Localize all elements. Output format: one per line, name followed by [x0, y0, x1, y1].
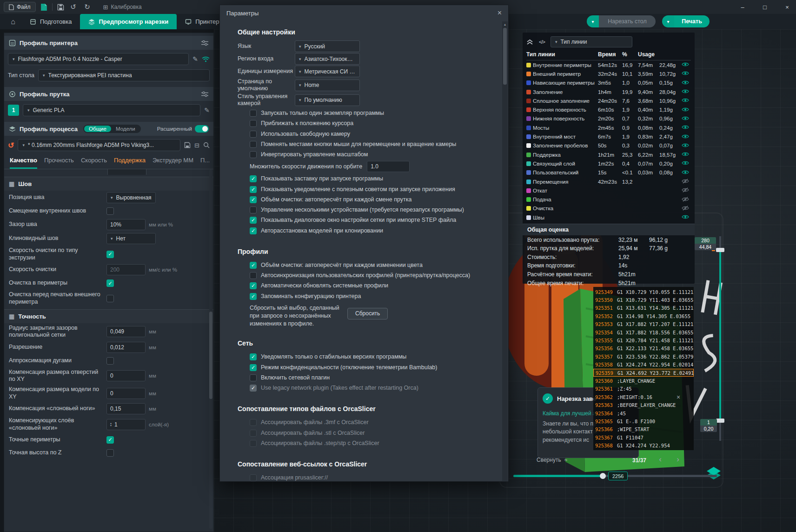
pref-checkbox-row[interactable]: Ассоциировать файлы .step/stp с OrcaSlic… — [250, 438, 490, 448]
param-tab-0[interactable]: Качество — [10, 157, 37, 169]
redo-icon[interactable]: ↻ — [83, 3, 92, 11]
visibility-on-icon[interactable] — [682, 62, 689, 67]
param-tab-4[interactable]: Экструдер ММ — [153, 157, 193, 169]
pref-checkbox-row[interactable]: Приближать к положению курсора — [250, 118, 490, 128]
param-section-header[interactable]: ▦Шов — [4, 177, 213, 191]
pref-checkbox-row[interactable]: Ассоциация prusaslicer:// — [250, 472, 490, 481]
gcode-line[interactable]: 925354G1 X17.882 Y18.556 E.03655 — [593, 328, 694, 336]
print-dropdown-icon[interactable]: ▾ — [662, 15, 674, 27]
visibility-on-icon[interactable] — [682, 214, 689, 219]
gcode-line[interactable]: 925366;WIPE_START — [593, 426, 694, 433]
gcode-line[interactable]: 925349G1 X10.729 Y10.055 E.11121 — [593, 288, 694, 296]
pref-checkbox-row[interactable]: ✓Показывать уведомление с полезным совет… — [250, 184, 490, 194]
pref-checkbox-row[interactable]: Автосинхронизация пользовательских профи… — [250, 270, 490, 280]
checkbox[interactable]: ✓ — [250, 196, 257, 203]
scope-global-pill[interactable]: Общие — [84, 126, 111, 132]
view-type-select[interactable]: ▾Тип линии — [551, 36, 632, 47]
visibility-on-icon[interactable] — [682, 116, 689, 121]
save-icon[interactable] — [57, 4, 64, 11]
checkbox[interactable]: ✓ — [106, 279, 114, 287]
checkbox[interactable] — [106, 449, 114, 457]
minimize-button[interactable]: – — [734, 0, 751, 14]
next-plate-button[interactable]: › — [673, 455, 683, 464]
gcode-line[interactable]: 925356G1 X22.133 Y21.458 E.03655 — [593, 345, 694, 352]
checkbox[interactable] — [106, 295, 114, 302]
param-select[interactable]: ▾Выровненная — [106, 192, 156, 203]
move-slider-handle[interactable] — [600, 473, 606, 479]
default-page-select[interactable]: ▾Home — [295, 80, 360, 91]
pref-checkbox-row[interactable]: ✓Объём очистки: автопересчёт при каждой … — [250, 194, 490, 205]
checkbox[interactable] — [250, 110, 257, 117]
checkbox[interactable]: ✓ — [250, 364, 257, 371]
visibility-off-icon[interactable] — [682, 187, 689, 193]
checkbox[interactable] — [106, 357, 114, 365]
gcode-line[interactable]: 925351G1 X13.631 Y14.305 E.11121 — [593, 304, 694, 312]
visibility-off-icon[interactable] — [682, 197, 689, 202]
wifi-icon[interactable] — [202, 56, 210, 62]
checkbox[interactable] — [250, 272, 257, 279]
file-menu-button[interactable]: Файл — [4, 2, 36, 12]
gcode-view-icon[interactable]: </> — [539, 39, 545, 45]
layer-slider-bottom-handle[interactable] — [716, 419, 724, 423]
visibility-on-icon[interactable] — [682, 170, 689, 175]
reset-button[interactable]: Сбросить — [347, 308, 388, 319]
home-tab[interactable]: ⌂ — [5, 14, 21, 29]
param-input[interactable]: 0 — [106, 370, 146, 381]
save-preset-icon[interactable] — [184, 142, 191, 148]
tab-prepare[interactable]: Подготовка — [21, 14, 80, 29]
gcode-line[interactable]: 925361;Z:45 — [593, 385, 694, 393]
gcode-line[interactable]: 925358G1 X24.274 Y22.954 E.02014 — [593, 361, 694, 369]
language-select[interactable]: ▾Русский — [295, 40, 360, 52]
checkbox[interactable] — [106, 207, 114, 215]
param-section-header[interactable]: ▦Точность — [4, 309, 213, 323]
edit-filament-icon[interactable]: ✎ — [204, 106, 210, 114]
reset-preset-icon[interactable]: ↺ — [8, 141, 14, 150]
pref-checkbox-row[interactable]: ✓Режим конфиденциальности (отключение те… — [250, 362, 490, 372]
pref-checkbox-row[interactable]: Запускать только один экземпляр программ… — [250, 108, 490, 118]
pref-checkbox-row[interactable]: Использовать свободную камеру — [250, 129, 490, 139]
gcode-line[interactable]: 925352G1 X14.98 Y14.305 E.03655 — [593, 312, 694, 320]
edit-printer-icon[interactable]: ✎ — [192, 55, 198, 63]
process-preset-select[interactable]: ▾* 0.16mm 200mms Flashforge AD5M Pro Vik… — [18, 139, 180, 151]
param-input[interactable]: 0,049 — [106, 326, 146, 337]
visibility-on-icon[interactable] — [682, 107, 689, 112]
visibility-on-icon[interactable] — [682, 134, 689, 139]
pref-checkbox-row[interactable]: Инвертировать управление масштабом — [250, 149, 490, 160]
dialog-close-icon[interactable]: × — [498, 9, 502, 17]
gcode-line[interactable]: 925368G1 X24.274 Y22.954 — [593, 441, 694, 449]
param-select[interactable]: ▾Нет — [106, 233, 156, 244]
dialog-scrollbar[interactable]: ▴ — [502, 21, 508, 481]
visibility-on-icon[interactable] — [682, 160, 689, 166]
filament-index-badge[interactable]: 1 — [8, 105, 19, 116]
gcode-line[interactable]: 925350G1 X10.729 Y11.403 E.03655 — [593, 296, 694, 304]
param-tab-3[interactable]: Поддержка — [114, 157, 146, 169]
gcode-line[interactable]: 925365G1 E-.8 F2100 — [593, 417, 694, 425]
param-input[interactable]: 200 — [106, 264, 146, 275]
layer-slider-top-handle[interactable] — [716, 248, 724, 252]
gcode-line[interactable]: 925353G1 X17.882 Y17.207 E.11121 — [593, 320, 694, 328]
undo-icon[interactable]: ↺ — [69, 3, 78, 11]
checkbox[interactable]: ✓ — [250, 282, 257, 289]
pref-checkbox-row[interactable]: ✓Показывать диалоговое окно настройки се… — [250, 215, 490, 225]
checkbox[interactable] — [250, 474, 257, 481]
visibility-on-icon[interactable] — [682, 80, 689, 85]
checkbox[interactable] — [250, 206, 257, 213]
param-spinner[interactable]: ▴▾1 — [106, 419, 146, 430]
print-button[interactable]: ▾ Печать — [662, 15, 710, 27]
units-select[interactable]: ▾Метрическая СИ (m... — [295, 66, 360, 77]
param-tab-1[interactable]: Прочность — [44, 157, 74, 169]
slice-plate-button[interactable]: ▾ Нарезать стол — [587, 15, 656, 27]
calibration-button[interactable]: ⊞ Калибровка — [103, 4, 142, 11]
pref-checkbox-row[interactable]: Ассоциировать файлы .stl с OrcaSlicer — [250, 428, 490, 438]
checkbox[interactable]: ✓ — [250, 262, 257, 269]
camera-style-select[interactable]: ▾По умолчанию — [295, 94, 360, 106]
pref-checkbox-row[interactable]: ✓Автоматически обновлять системные профи… — [250, 280, 490, 291]
checkbox[interactable]: ✓ — [250, 186, 257, 193]
visibility-on-icon[interactable] — [682, 71, 689, 76]
checkbox[interactable]: ✓ — [250, 175, 257, 182]
param-input[interactable]: 0,15 — [106, 403, 146, 414]
pref-checkbox-row[interactable]: Ассоциировать файлы .3mf с OrcaSlicer — [250, 417, 490, 427]
maximize-button[interactable]: □ — [756, 0, 774, 14]
new-project-icon[interactable] — [40, 3, 47, 11]
pref-checkbox-row[interactable]: ✓Авторасстановка моделей при клонировани… — [250, 226, 490, 236]
